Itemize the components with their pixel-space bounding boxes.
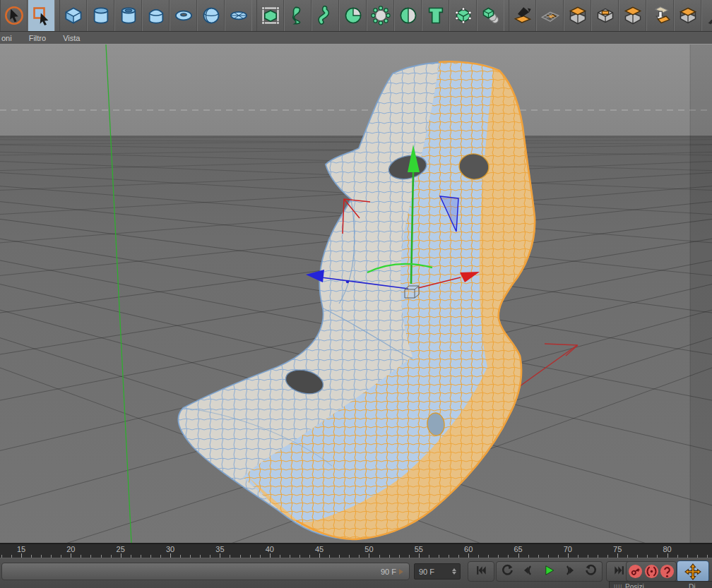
frame-slider-value: 90 F <box>381 568 396 576</box>
extrude-tool-icon <box>568 6 588 25</box>
autokeying-button[interactable] <box>644 564 659 579</box>
tool-knife-tool[interactable] <box>701 0 712 31</box>
loop-icon <box>584 563 598 580</box>
record-options-button[interactable] <box>660 564 675 579</box>
metaball-icon <box>371 6 391 25</box>
previous-key-icon <box>521 563 535 580</box>
rectangle-selection-tool-icon <box>32 6 52 25</box>
tool-extrude-tool[interactable] <box>564 0 591 31</box>
matrix-extrude-tool-icon <box>623 6 643 25</box>
ruler-frame-label: 40 <box>266 545 274 553</box>
boolean-icon <box>398 6 418 25</box>
play-forwards-button[interactable] <box>538 561 560 582</box>
tool-lathe-nurbs[interactable] <box>284 0 312 31</box>
polygon-plane-icon <box>540 6 560 25</box>
ruler-frame-label: 50 <box>364 545 373 553</box>
viewport-scene <box>0 44 712 543</box>
tool-array-object[interactable] <box>477 0 504 31</box>
panel-grip-icon: |||| <box>614 583 622 588</box>
disc-primitive-icon <box>229 6 249 25</box>
menu-oni[interactable]: oni <box>0 34 20 42</box>
tool-boolean[interactable] <box>394 0 422 31</box>
tool-tube-primitive[interactable] <box>114 0 142 31</box>
next-key-button[interactable] <box>559 561 581 582</box>
animation-toolbar: 90 F 90 F |||| Posizi Di <box>0 558 712 588</box>
toolbar-group-primitives <box>59 0 252 31</box>
record-keyframe-icon <box>628 564 643 579</box>
record-options-icon <box>660 564 675 579</box>
panel-label-size: Di <box>689 583 695 588</box>
tool-subdivision-surface[interactable] <box>257 0 284 31</box>
toolbar-group-generators <box>256 0 504 31</box>
tool-sphere-primitive[interactable] <box>197 0 225 31</box>
lathe-nurbs-icon <box>288 6 308 25</box>
main-toolbar <box>0 0 712 32</box>
move-tool-button[interactable] <box>677 560 709 582</box>
sphere-primitive-icon <box>201 6 221 25</box>
goto-end-icon <box>612 563 627 580</box>
ruler-frame-label: 65 <box>514 545 522 553</box>
tool-torus-primitive[interactable] <box>170 0 197 31</box>
tool-loft-nurbs[interactable] <box>339 0 367 31</box>
tool-text-object[interactable] <box>422 0 449 31</box>
frame-stepper[interactable] <box>450 568 458 575</box>
loop-button[interactable] <box>581 561 603 582</box>
tool-spline-pen[interactable] <box>509 0 536 31</box>
viewport-menubar: oniFiltroVista <box>0 32 712 44</box>
goto-start-icon <box>474 563 488 580</box>
current-frame-value: 90 F <box>415 568 450 576</box>
ruler-frame-label: 70 <box>564 545 572 553</box>
tool-smooth-shift-tool[interactable] <box>674 0 701 31</box>
stepper-up-icon[interactable] <box>452 568 456 571</box>
tool-live-selection-tool[interactable] <box>1 0 28 31</box>
array-object-icon <box>481 6 501 25</box>
tool-cube-primitive[interactable] <box>60 0 87 31</box>
cube-primitive-icon <box>64 6 83 25</box>
menu-filtro[interactable]: Filtro <box>20 34 54 42</box>
goto-start-button[interactable] <box>468 561 494 582</box>
tool-instance-object[interactable] <box>449 0 477 31</box>
move-cross-icon <box>684 563 701 580</box>
spline-pen-icon <box>513 6 533 25</box>
ruler-frame-label: 45 <box>315 545 324 553</box>
tool-matrix-extrude-tool[interactable] <box>619 0 646 31</box>
tube-primitive-icon <box>119 6 138 25</box>
tool-polygon-plane[interactable] <box>536 0 564 31</box>
stepper-down-icon[interactable] <box>452 572 456 575</box>
instance-object-icon <box>453 6 473 25</box>
gizmo-center-cube[interactable] <box>405 286 419 298</box>
ruler-frame-label: 25 <box>117 545 125 553</box>
ruler-frame-label: 55 <box>415 545 423 553</box>
tool-metaball[interactable] <box>367 0 394 31</box>
record-button-group <box>626 561 677 582</box>
knife-tool-icon <box>706 6 712 25</box>
ruler-frame-label: 80 <box>663 545 671 553</box>
tool-disc-primitive[interactable] <box>225 0 251 31</box>
panel-label-position: Posizi <box>625 583 644 588</box>
tool-oil-tank-primitive[interactable] <box>142 0 170 31</box>
coordinates-panel-strip: |||| Posizi Di <box>609 581 712 588</box>
play-backwards-button[interactable] <box>496 561 518 582</box>
previous-key-button[interactable] <box>517 561 539 582</box>
ruler-frame-label: 15 <box>17 545 25 553</box>
sweep-nurbs-icon <box>316 6 336 25</box>
tool-extrude-inner-tool[interactable] <box>591 0 619 31</box>
tool-cylinder-primitive[interactable] <box>87 0 114 31</box>
menu-vista[interactable]: Vista <box>54 34 88 42</box>
timeline-ruler[interactable]: 152025303540455055606570758085 <box>0 543 712 559</box>
play-forwards-icon <box>542 563 556 580</box>
tool-sweep-nurbs[interactable] <box>312 0 339 31</box>
text-object-icon <box>426 6 446 25</box>
live-selection-tool-icon <box>4 6 24 25</box>
perspective-viewport[interactable] <box>0 44 712 543</box>
gizmo-z-dot <box>346 280 349 283</box>
ruler-frame-label: 20 <box>66 545 75 553</box>
record-keyframe-button[interactable] <box>628 564 643 579</box>
tool-normal-move-tool[interactable] <box>646 0 674 31</box>
subdivision-surface-icon <box>261 6 280 25</box>
ruler-frame-label: 75 <box>613 545 622 553</box>
cylinder-primitive-icon <box>91 6 111 25</box>
current-frame-field[interactable]: 90 F <box>414 563 461 580</box>
tool-rectangle-selection-tool[interactable] <box>28 0 54 31</box>
frame-slider[interactable]: 90 F <box>1 563 410 580</box>
